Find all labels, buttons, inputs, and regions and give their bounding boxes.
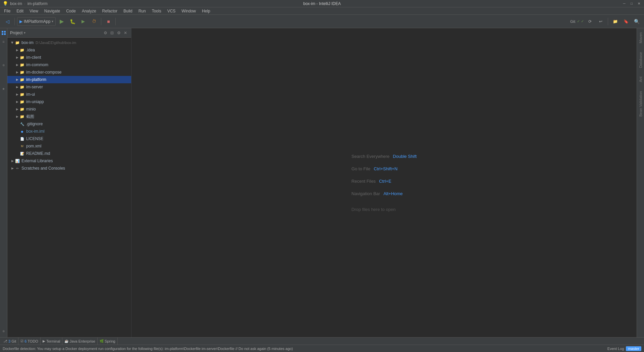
tree-item-minio[interactable]: ▶ 📁 minio [7,105,131,113]
structure-tab-icon[interactable]: ≡ [0,38,7,45]
close-button[interactable]: ✕ [637,1,641,6]
im-platform-arrow: ▶ [15,77,19,82]
todo-tab-label: TODO [28,339,38,343]
tree-item-box-im-iml[interactable]: ▶ ◆ box-im.iml [7,128,131,135]
iml-label: box-im.iml [26,129,45,134]
debug-button[interactable]: 🐛 [68,17,77,26]
main-layout: ≡ ⊛ ★ ⊕ Project ▾ ⚙ ⊟ ⚙ ✕ ▶ 📁 box-im [0,28,644,337]
readme-icon: 📝 [19,151,25,156]
tree-item-external-libraries[interactable]: ▶ 📊 External Libraries [7,157,131,165]
close-panel-button[interactable]: ✕ [122,30,128,36]
tree-item-readme[interactable]: ▶ 📝 README.md [7,150,131,157]
coverage-button[interactable]: ▶ [78,17,88,26]
favorites-tab-icon[interactable]: ★ [0,85,7,92]
tree-item-idea[interactable]: ▶ 📁 .idea [7,46,131,54]
go-to-file-label: Go to File [352,166,370,171]
im-client-icon: 📁 [19,55,25,60]
project-header-title: Project ▾ [10,31,25,35]
terminal-icon: ▶ [43,339,45,343]
tree-root-box-im[interactable]: ▶ 📁 box-im D:\JavaEE\github\box-im [7,39,131,46]
menu-view[interactable]: View [27,8,41,14]
bookmark-button[interactable]: 🔖 [621,17,631,26]
project-button[interactable]: 📁 [610,17,620,26]
todo-bottom-tab[interactable]: ☑ 6 TODO [18,338,41,345]
menu-file[interactable]: File [1,8,13,14]
im-platform-label: im-platform [26,77,46,82]
im-server-arrow: ▶ [15,85,19,89]
event-log-button[interactable]: Event Log [607,347,624,351]
menu-analyze[interactable]: Analyze [79,8,99,14]
im-docker-label: im-docker-compose [26,70,61,75]
minio-label: minio [26,107,36,112]
toolbar-sep-1 [14,18,15,25]
collapse-all-button[interactable]: ⊟ [109,30,115,36]
search-everywhere-hint: Search Everywhere Double Shift [352,154,417,159]
spring-bottom-tab[interactable]: 🌿 Spring [98,338,118,345]
root-path: D:\JavaEE\github\box-im [36,41,76,45]
tree-item-im-ui[interactable]: ▶ 📁 im-ui [7,91,131,98]
menu-run[interactable]: Run [136,8,149,14]
rollback-button[interactable]: ↩ [596,17,605,26]
idea-label: .idea [26,48,35,52]
menu-build[interactable]: Build [121,8,135,14]
git-bottom-tab[interactable]: ⎇ 3 Git [1,338,18,345]
window-title: box-im - IntelliJ IDEA [303,1,341,6]
profile-button[interactable]: ⏱ [89,17,99,26]
menu-vcs[interactable]: VCS [165,8,178,14]
java-enterprise-bottom-tab[interactable]: ☕ Java Enterprise [62,338,97,345]
menu-help[interactable]: Help [199,8,213,14]
tree-item-im-platform[interactable]: ▶ 📁 im-platform [7,76,131,83]
menu-window[interactable]: Window [179,8,199,14]
sync-files-button[interactable]: ⚙ [102,30,108,36]
statusbar-message: Dockerfile detection: You may setup a Do… [3,347,605,351]
project-dropdown-icon[interactable]: ▾ [24,31,25,35]
commit-tab-icon[interactable]: ⊛ [0,62,7,69]
panel-settings-button[interactable]: ⚙ [116,30,122,36]
gitignore-icon: 🔧 [19,121,25,127]
bean-validation-tab[interactable]: Bean Validation [638,88,644,119]
navigate-back-button[interactable]: ◁ [3,17,12,26]
git-branch-indicator[interactable]: master [626,346,641,351]
run-configuration-selector[interactable]: ▶ IMPlatformApp ▾ [17,17,56,26]
svg-rect-2 [2,33,3,35]
menu-tools[interactable]: Tools [149,8,164,14]
ant-tab[interactable]: Ant [638,74,644,85]
terminal-bottom-tab[interactable]: ▶ Terminal [41,338,63,345]
menu-navigate[interactable]: Navigate [42,8,63,14]
vertical-side-tabs: ≡ ⊛ ★ ⊕ [0,28,7,337]
history-button[interactable]: ⟳ [585,17,595,26]
menubar: File Edit View Navigate Code Analyze Ref… [0,7,644,15]
spring-icon: 🌿 [100,339,104,343]
tree-item-scratches[interactable]: ▶ ✏ Scratches and Consoles [7,165,131,172]
window-controls: ─ □ ✕ [622,1,641,6]
web-tab-icon[interactable]: ⊕ [0,328,7,335]
java-enterprise-icon: ☕ [64,339,68,343]
maven-tab[interactable]: Maven [638,30,644,46]
idea-arrow: ▶ [15,48,19,52]
tree-item-im-uniapp[interactable]: ▶ 📁 im-uniapp [7,98,131,105]
recent-files-shortcut: Ctrl+E [379,179,391,184]
menu-code[interactable]: Code [63,8,78,14]
search-everywhere-button[interactable]: 🔍 [632,17,641,26]
minimize-button[interactable]: ─ [622,1,627,6]
tree-item-license[interactable]: ▶ 📄 LICENSE [7,135,131,142]
run-config-name: IMPlatformApp [24,19,50,24]
tree-item-im-docker-compose[interactable]: ▶ 📁 im-docker-compose [7,69,131,76]
tree-item-im-commom[interactable]: ▶ 📁 im-commom [7,61,131,69]
run-button[interactable]: ▶ [57,17,66,26]
git-tab-num: 3 [8,339,10,343]
project-panel-header: Project ▾ ⚙ ⊟ ⚙ ✕ [7,28,131,38]
im-platform-icon: 📁 [19,77,25,82]
maximize-button[interactable]: □ [629,1,634,6]
menu-edit[interactable]: Edit [14,8,26,14]
tree-item-im-server[interactable]: ▶ 📁 im-server [7,83,131,91]
im-uniapp-icon: 📁 [19,99,25,104]
project-tab-icon[interactable] [0,30,7,36]
tree-item-pom-xml[interactable]: ▶ M pom.xml [7,142,131,150]
tree-item-gitignore[interactable]: ▶ 🔧 .gitignore [7,120,131,128]
stop-button[interactable]: ■ [104,17,113,26]
tree-item-pics[interactable]: ▶ 📁 截图 [7,113,131,120]
database-tab[interactable]: Database [638,49,644,71]
tree-item-im-client[interactable]: ▶ 📁 im-client [7,54,131,61]
menu-refactor[interactable]: Refactor [100,8,120,14]
